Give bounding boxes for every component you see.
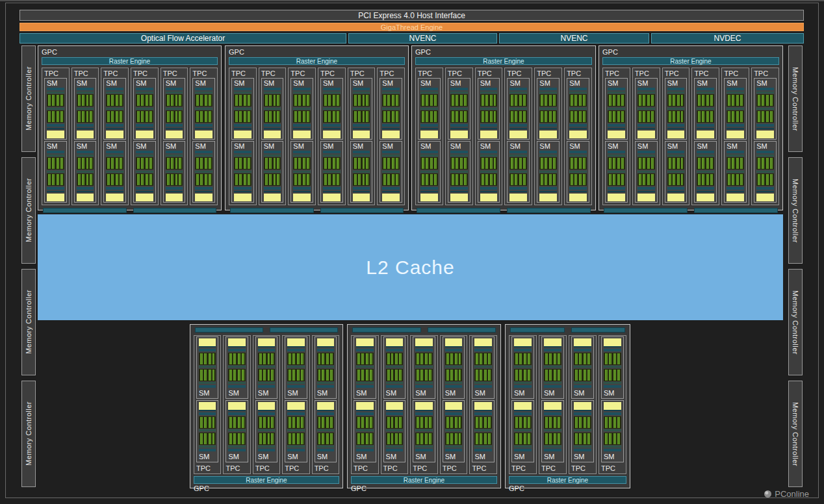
sm-scheduler-strip: [382, 151, 400, 153]
sm-label: SM: [46, 79, 65, 88]
core-bar: [259, 417, 262, 428]
core-bar: [476, 433, 478, 444]
sm-tex-strip: [234, 187, 251, 190]
sm-rt-core-block: [604, 402, 621, 410]
sm-tex-strip: [574, 412, 591, 415]
core-block-header: [195, 92, 212, 94]
sm-thin-strip: [258, 346, 275, 347]
sm-block: SM: [413, 336, 435, 399]
sm-scheduler-strip: [514, 449, 532, 451]
sm-scheduler-strip: [474, 385, 492, 388]
core-bar: [265, 95, 268, 106]
core-block-header: [136, 92, 153, 94]
tpc-label: TPC: [350, 69, 374, 78]
sm-label: SM: [165, 79, 184, 88]
core-bar: [116, 111, 118, 122]
core-block-header: [544, 366, 561, 368]
core-block-header: [382, 92, 400, 94]
sm-label: SM: [76, 79, 95, 88]
cuda-core-block: [480, 155, 498, 170]
tpc-block: SMSMTPC: [194, 335, 221, 474]
core-bar: [613, 433, 616, 444]
core-block-header: [480, 155, 498, 157]
core-bar: [452, 158, 454, 169]
cuda-core-block: [569, 171, 587, 186]
core-bars: [697, 94, 714, 107]
core-bar: [621, 95, 624, 106]
crossbar-strip: [230, 208, 314, 213]
tpc-block: SMSMTPC: [539, 335, 567, 474]
sm-block: SM: [285, 336, 307, 399]
core-bars: [445, 369, 463, 381]
core-bar: [647, 111, 650, 122]
sm-tex-strip: [667, 124, 685, 127]
core-bar: [366, 174, 368, 185]
core-bar: [702, 174, 704, 185]
sm-rt-core-block: [47, 194, 64, 201]
core-bars: [136, 157, 153, 170]
core-bar: [204, 353, 207, 364]
core-bar: [200, 174, 203, 185]
sm-thin-strip: [415, 410, 433, 411]
core-bar: [609, 370, 612, 381]
core-bars: [166, 157, 183, 170]
cuda-core-block: [234, 92, 251, 107]
core-bar: [137, 95, 140, 106]
core-bar: [263, 353, 266, 364]
core-bar: [452, 95, 454, 106]
sm-rt-core-block: [195, 194, 212, 201]
sm-thin-strip: [47, 191, 64, 192]
tpc-block: TPCSMSM: [602, 68, 630, 205]
core-bar: [269, 111, 272, 122]
core-bar: [146, 95, 148, 106]
cuda-core-block: [228, 433, 245, 447]
core-bars: [544, 433, 561, 445]
core-bars: [514, 353, 532, 365]
core-bar: [179, 111, 181, 122]
core-block-header: [382, 171, 400, 173]
core-block-header: [544, 446, 561, 447]
sm-tex-strip: [293, 124, 311, 127]
cuda-core-block: [637, 171, 655, 186]
core-block-header: [317, 429, 334, 431]
core-bar: [387, 158, 390, 169]
core-bar: [357, 433, 360, 444]
core-bar: [575, 353, 578, 364]
sm-thin-strip: [509, 191, 527, 192]
sm-block: SM: [44, 78, 67, 140]
cuda-core-block: [258, 416, 275, 431]
sm-rt-core-block: [415, 338, 433, 346]
core-block-header: [667, 108, 685, 110]
sm-block: SM: [354, 400, 376, 462]
cuda-core-block: [474, 353, 492, 368]
cuda-core-block: [509, 171, 527, 186]
sm-scheduler-strip: [228, 385, 245, 388]
core-bar: [326, 433, 329, 444]
sm-thin-strip: [47, 128, 64, 129]
core-bar: [366, 111, 368, 122]
core-bar: [78, 111, 81, 122]
sm-tex-strip: [415, 412, 433, 415]
core-bar: [297, 353, 300, 364]
core-block-header: [480, 171, 498, 173]
core-bar: [584, 370, 586, 381]
memory-controller-right-1: Memory Controller: [788, 157, 803, 264]
core-bars: [166, 173, 183, 186]
core-bar: [212, 433, 215, 444]
sm-tex-strip: [420, 124, 438, 127]
core-bar: [330, 370, 333, 381]
core-bar: [337, 111, 339, 122]
sm-scheduler-strip: [420, 151, 438, 153]
tpc-block: SMSMTPC: [312, 335, 339, 474]
core-bars: [293, 157, 311, 170]
core-bar: [639, 158, 641, 169]
sm-rt-core-block: [509, 194, 527, 201]
core-bar: [524, 370, 526, 381]
core-block-header: [258, 382, 275, 384]
core-bar: [263, 433, 266, 444]
core-bar: [233, 417, 236, 428]
core-block-header: [756, 108, 774, 110]
core-bars: [317, 433, 334, 445]
cuda-core-block: [136, 171, 153, 186]
core-bar: [519, 417, 522, 428]
